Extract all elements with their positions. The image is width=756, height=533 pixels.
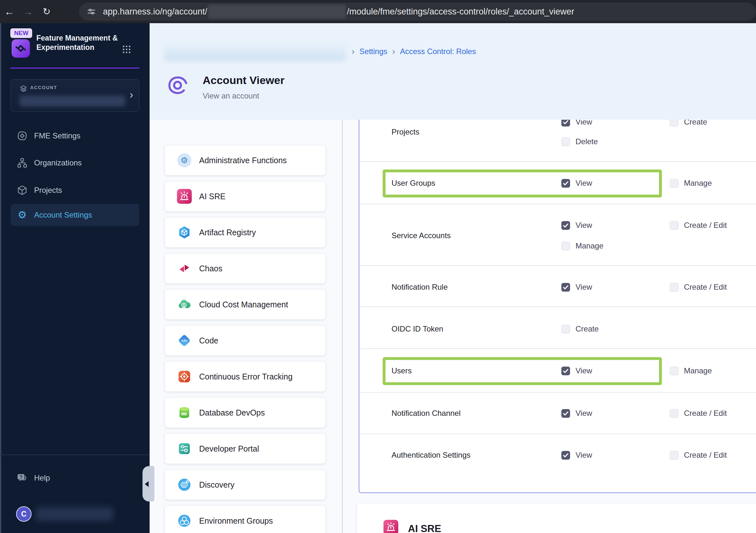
permission-row-oidc-id-token: OIDC ID Token Create	[359, 307, 756, 349]
sidebar-item-fme-settings[interactable]: FME Settings	[11, 125, 139, 147]
permission-service-accounts-view: View	[561, 221, 592, 230]
url-suffix: /module/fme/settings/access-control/role…	[347, 7, 574, 17]
checkbox-create-edit[interactable]	[670, 409, 679, 418]
permission-service-accounts-create-edit: Create / Edit	[670, 221, 727, 230]
sidebar-divider	[0, 455, 149, 455]
site-settings-icon[interactable]	[87, 7, 96, 16]
resource-label: Projects	[392, 127, 419, 136]
ai-sre-icon	[176, 189, 192, 204]
permission-label: Create / Edit	[684, 221, 727, 230]
checkbox-view[interactable]	[561, 179, 570, 188]
category-card-code[interactable]: </> Code	[165, 325, 326, 356]
module-grid-icon[interactable]	[122, 45, 131, 55]
permission-row-user-groups: User Groups View Manage	[359, 162, 756, 204]
permissions-card-ai-sre: AI SRE	[357, 504, 756, 533]
category-card-ai-sre[interactable]: AI SRE	[165, 181, 326, 211]
sidebar-item-label: Organizations	[34, 158, 82, 167]
cloud-cost-icon: $	[176, 297, 192, 312]
category-card-continuous-error-tracking[interactable]: Continuous Error Tracking	[165, 361, 326, 392]
svg-text:</>: </>	[181, 338, 188, 343]
breadcrumb-redacted-account-name	[164, 42, 346, 61]
permission-label: Manage	[576, 241, 604, 250]
error-tracking-icon	[176, 369, 192, 384]
checkbox-view[interactable]	[561, 409, 570, 418]
permission-label: View	[576, 283, 592, 292]
org-chart-icon	[16, 157, 29, 168]
category-card-developer-portal[interactable]: Developer Portal	[165, 434, 326, 464]
help-chat-icon: ?	[16, 472, 29, 484]
checkbox-view[interactable]	[561, 451, 570, 460]
sidebar-item-label: Account Settings	[34, 210, 92, 219]
permission-oidc-id-token-create: Create	[561, 324, 599, 333]
checkbox-create[interactable]	[561, 325, 570, 333]
user-avatar[interactable]: C	[16, 506, 32, 522]
checkbox-view[interactable]	[561, 367, 570, 375]
sidebar-collapse-handle[interactable]	[143, 466, 154, 501]
sidebar-item-projects[interactable]: Projects	[11, 179, 139, 201]
checkbox-create-edit[interactable]	[670, 221, 679, 230]
resource-label: Users	[392, 366, 412, 375]
category-card-artifact-registry[interactable]: Artifact Registry	[165, 217, 326, 247]
developer-portal-icon	[176, 441, 192, 456]
resource-category-list: ⚙ Administrative Functions AI SRE Artifa…	[165, 120, 326, 533]
green-marker-highlight	[383, 357, 662, 385]
breadcrumb-link-settings[interactable]: Settings	[359, 47, 387, 56]
environment-groups-icon	[176, 513, 192, 528]
resource-label: Notification Channel	[392, 409, 461, 418]
permission-users-manage: Manage	[670, 366, 712, 375]
permission-users-view: View	[561, 366, 592, 375]
checkbox-create-edit[interactable]	[670, 283, 679, 292]
permission-label: Manage	[684, 366, 712, 375]
permission-row-users: Users View Manage	[359, 349, 756, 393]
permission-label: Create / Edit	[684, 409, 727, 418]
category-card-chaos[interactable]: Chaos	[165, 253, 326, 284]
permissions-card-administrative-functions: Projects View Create DeleteUser Groups V…	[359, 95, 756, 493]
account-name-redacted	[19, 96, 125, 106]
permission-notification-channel-view: View	[561, 409, 592, 418]
sidebar-item-organizations[interactable]: Organizations	[11, 152, 139, 174]
checkbox-view[interactable]	[561, 221, 570, 230]
sidebar: NEW Feature Management & Experimentation	[0, 23, 149, 533]
browser-address-bar[interactable]: app.harness.io/ng/account/ /module/fme/s…	[79, 3, 756, 21]
admin-gear-icon: ⚙	[176, 153, 192, 168]
browser-forward-button[interactable]: →	[19, 3, 37, 21]
database-devops-icon	[176, 405, 192, 420]
category-card-cloud-cost-management[interactable]: $ Cloud Cost Management	[165, 289, 326, 320]
url-redacted-segment	[208, 5, 346, 19]
checkbox-manage[interactable]	[670, 367, 679, 375]
category-label: Chaos	[199, 264, 222, 273]
url-prefix: app.harness.io/ng/account/	[103, 7, 207, 17]
permission-row-notification-rule: Notification Rule View Create / Edit	[359, 266, 756, 307]
permission-service-accounts-manage: Manage	[561, 241, 604, 250]
category-label: Administrative Functions	[199, 156, 287, 165]
sidebar-item-account-settings[interactable]: ⚙ Account Settings	[11, 204, 139, 226]
chaos-icon	[176, 261, 192, 276]
user-name-redacted	[36, 507, 113, 521]
browser-back-button[interactable]: ←	[0, 3, 19, 21]
browser-reload-button[interactable]: ↻	[37, 3, 56, 21]
account-scope-selector[interactable]: ACCOUNT ›	[11, 79, 139, 112]
chevron-right-icon: ›	[392, 48, 395, 55]
checkbox-create-edit[interactable]	[670, 451, 679, 460]
permission-label: View	[576, 366, 592, 375]
category-label: Continuous Error Tracking	[199, 372, 292, 381]
page-title: Account Viewer	[203, 74, 284, 87]
permission-label: View	[576, 451, 592, 460]
category-card-environment-groups[interactable]: Environment Groups	[165, 506, 326, 533]
category-card-discovery[interactable]: Discovery	[165, 470, 326, 500]
breadcrumb-link-access-control-roles[interactable]: Access Control: Roles	[400, 47, 476, 56]
category-card-database-devops[interactable]: Database DevOps	[165, 398, 326, 428]
checkbox-manage[interactable]	[561, 242, 570, 250]
checkbox-manage[interactable]	[670, 179, 679, 188]
checkbox-view[interactable]	[561, 283, 570, 292]
checkbox-delete[interactable]	[561, 137, 570, 146]
category-card-administrative-functions[interactable]: ⚙ Administrative Functions	[165, 145, 326, 175]
permission-label: Create	[576, 324, 599, 333]
brand-accent-rule	[10, 68, 139, 69]
permission-label: View	[576, 409, 592, 418]
url-text: app.harness.io/ng/account/ /module/fme/s…	[103, 5, 574, 19]
sidebar-item-help[interactable]: ? Help	[11, 467, 139, 489]
permission-label: Create / Edit	[684, 451, 727, 460]
resource-label: Authentication Settings	[392, 451, 471, 460]
category-label: Developer Portal	[199, 444, 259, 454]
